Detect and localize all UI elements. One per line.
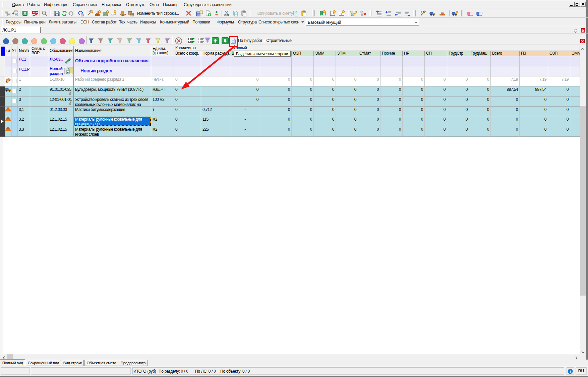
svg-text:P: P	[67, 71, 69, 74]
svg-text:PDF: PDF	[33, 11, 38, 14]
